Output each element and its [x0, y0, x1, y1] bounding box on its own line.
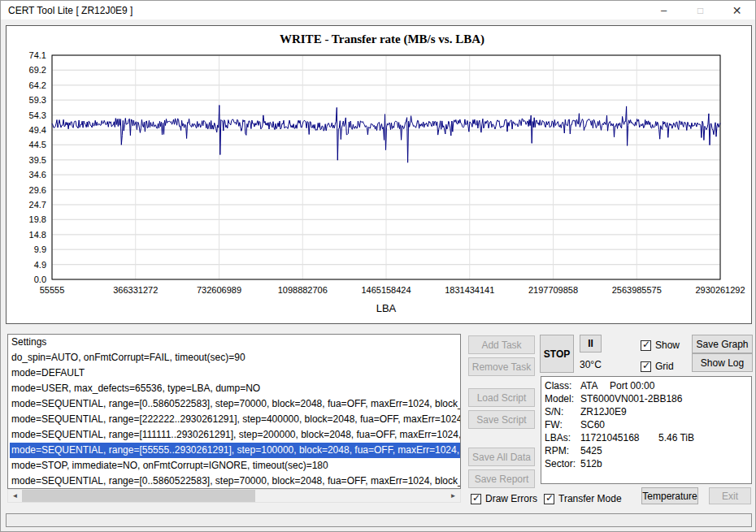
svg-text:2197709858: 2197709858: [528, 285, 578, 295]
window-controls: – □ ✕: [645, 1, 755, 19]
settings-row[interactable]: Settings: [10, 335, 460, 350]
app-window: CERT Tool Lite [ ZR12J0E9 ] – □ ✕ 0.04.9…: [0, 0, 756, 532]
svg-text:732606989: 732606989: [197, 285, 241, 295]
minimize-icon[interactable]: –: [645, 1, 682, 19]
svg-text:29.6: 29.6: [29, 185, 46, 195]
checkbox-box: ✓: [471, 494, 481, 504]
svg-text:2930261292: 2930261292: [695, 285, 745, 295]
svg-text:55555: 55555: [40, 285, 65, 295]
svg-text:19.8: 19.8: [29, 214, 46, 224]
check-icon: ✓: [642, 360, 650, 371]
grid-checkbox[interactable]: ✓ Grid: [641, 361, 674, 372]
drive-info-row: S/N:ZR12J0E9: [545, 405, 748, 418]
horizontal-scrollbar[interactable]: ◄ ►: [7, 489, 461, 503]
svg-text:44.5: 44.5: [29, 140, 46, 149]
svg-text:LBA: LBA: [376, 302, 397, 314]
svg-text:49.4: 49.4: [29, 125, 46, 135]
drive-info-row: Class:ATAPort 00:00: [545, 379, 748, 392]
drive-info-row: FW:SC60: [545, 418, 748, 431]
settings-row[interactable]: mode=SEQUENTIAL, range=[222222..29302612…: [10, 412, 460, 427]
check-icon: ✓: [545, 492, 554, 504]
drive-info-row: Sector:512b: [545, 457, 748, 470]
svg-text:39.5: 39.5: [29, 155, 46, 165]
drive-info-row: LBAs:117210451685.46 TiB: [545, 431, 748, 444]
temperature-button[interactable]: Temperature: [641, 487, 698, 504]
transfer-mode-checkbox[interactable]: ✓ Transfer Mode: [544, 493, 622, 504]
svg-text:1831434141: 1831434141: [445, 285, 494, 295]
exit-button[interactable]: Exit: [709, 487, 751, 504]
current-temperature-label: 30°C: [580, 359, 602, 370]
stop-button[interactable]: STOP: [540, 335, 574, 373]
checkbox-box: ✓: [641, 361, 651, 372]
svg-text:14.8: 14.8: [29, 230, 46, 240]
transfer-rate-chart-panel: 0.04.99.914.819.824.729.634.639.544.549.…: [6, 25, 752, 324]
svg-text:4.9: 4.9: [34, 260, 46, 270]
svg-text:9.9: 9.9: [34, 244, 46, 254]
svg-text:69.2: 69.2: [29, 65, 46, 75]
scroll-right-icon[interactable]: ►: [446, 490, 460, 502]
progress-bar: [6, 513, 752, 527]
scroll-left-icon[interactable]: ◄: [8, 490, 22, 502]
svg-text:34.6: 34.6: [29, 170, 46, 179]
settings-listbox[interactable]: Settings do_spin=AUTO, onFmtCorrupt=FAIL…: [7, 334, 461, 489]
add-task-button[interactable]: Add Task: [468, 335, 535, 354]
remove-task-button[interactable]: Remove Task: [468, 357, 535, 376]
check-icon: ✓: [642, 339, 650, 350]
scrollbar-thumb[interactable]: [22, 490, 255, 502]
title-bar: CERT Tool Lite [ ZR12J0E9 ] – □ ✕: [1, 1, 755, 19]
show-log-button[interactable]: Show Log: [692, 353, 753, 372]
svg-text:1465158424: 1465158424: [361, 285, 411, 295]
scrollbar-track[interactable]: [22, 490, 446, 502]
drive-info-row: RPM:5425: [545, 444, 748, 457]
svg-text:WRITE - Transfer rate (MB/s vs: WRITE - Transfer rate (MB/s vs. LBA): [280, 32, 484, 46]
draw-errors-checkbox[interactable]: ✓ Draw Errors: [471, 493, 537, 504]
pause-button[interactable]: II: [580, 335, 602, 353]
settings-row[interactable]: mode=SEQUENTIAL, range=[111111..29302612…: [10, 427, 460, 443]
svg-text:366331272: 366331272: [113, 285, 158, 295]
svg-text:2563985575: 2563985575: [612, 285, 662, 295]
settings-row[interactable]: mode=SEQUENTIAL, range=[0..5860522583], …: [10, 474, 460, 489]
drive-info-row: Model:ST6000VN001-2BB186: [545, 392, 748, 405]
svg-text:59.3: 59.3: [29, 95, 46, 105]
transfer-rate-chart: 0.04.99.914.819.824.729.634.639.544.549.…: [7, 26, 751, 323]
svg-text:54.3: 54.3: [29, 110, 46, 120]
grid-checkbox-label: Grid: [655, 361, 674, 372]
save-report-button[interactable]: Save Report: [468, 469, 535, 488]
draw-errors-label: Draw Errors: [485, 493, 537, 504]
save-graph-button[interactable]: Save Graph: [692, 335, 753, 353]
save-script-button[interactable]: Save Script: [468, 410, 535, 429]
settings-row[interactable]: do_spin=AUTO, onFmtCorrupt=FAIL, timeout…: [10, 350, 460, 365]
svg-text:24.7: 24.7: [29, 200, 46, 210]
svg-text:1098882706: 1098882706: [278, 285, 328, 295]
settings-row[interactable]: mode=STOP, immediate=NO, onFmtCorrupt=IG…: [10, 458, 460, 474]
maximize-icon[interactable]: □: [682, 1, 719, 19]
settings-row[interactable]: mode=USER, max_defects=65536, type=LBA, …: [10, 381, 460, 396]
drive-info-panel: Class:ATAPort 00:00 Model:ST6000VN001-2B…: [541, 376, 752, 484]
settings-row[interactable]: mode=DEFAULT: [10, 365, 460, 381]
check-icon: ✓: [472, 492, 480, 504]
svg-text:64.2: 64.2: [29, 80, 46, 90]
window-title: CERT Tool Lite [ ZR12J0E9 ]: [8, 5, 133, 16]
transfer-mode-label: Transfer Mode: [558, 493, 622, 504]
settings-row[interactable]: mode=SEQUENTIAL, range=[0..5860522583], …: [10, 396, 460, 412]
save-all-data-button[interactable]: Save All Data: [468, 448, 535, 466]
checkbox-box: ✓: [641, 340, 651, 351]
settings-row-selected[interactable]: mode=SEQUENTIAL, range=[55555..293026129…: [10, 443, 460, 458]
load-script-button[interactable]: Load Script: [468, 388, 535, 407]
checkbox-box: ✓: [544, 494, 554, 504]
close-icon[interactable]: ✕: [719, 1, 755, 19]
svg-text:74.1: 74.1: [29, 50, 46, 60]
show-checkbox[interactable]: ✓ Show: [641, 340, 680, 351]
show-checkbox-label: Show: [655, 340, 680, 351]
svg-text:0.0: 0.0: [34, 275, 46, 284]
